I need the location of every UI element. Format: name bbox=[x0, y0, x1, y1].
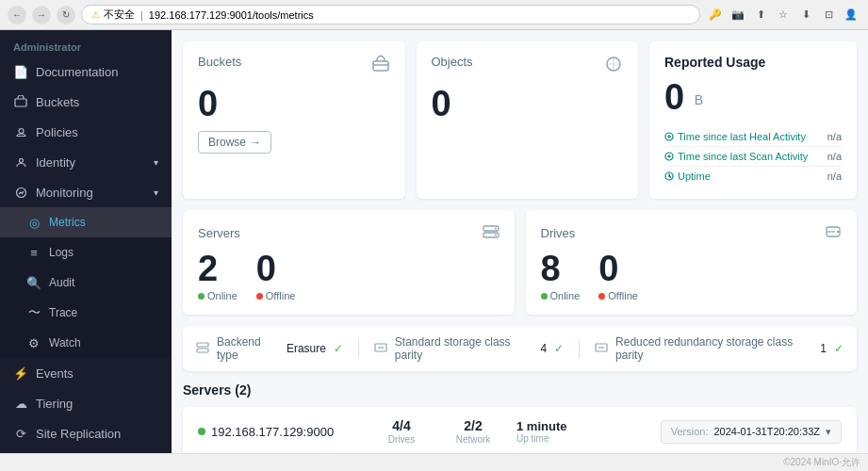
refresh-button[interactable]: ↻ bbox=[57, 6, 75, 24]
servers-card-title: Servers bbox=[198, 226, 240, 240]
sidebar-header: Administrator bbox=[0, 34, 172, 57]
svg-point-12 bbox=[495, 235, 497, 236]
sidebar-item-audit[interactable]: 🔍 Audit bbox=[0, 268, 172, 298]
screenshot-button[interactable]: 📷 bbox=[729, 6, 747, 24]
backend-type-check-icon: ✓ bbox=[334, 342, 343, 355]
key-button[interactable]: 🔑 bbox=[706, 6, 725, 24]
policies-icon bbox=[13, 124, 28, 139]
server-1-network-val: 2/2 bbox=[464, 418, 482, 433]
buckets-card-icon bbox=[371, 55, 390, 78]
main-content: Buckets 0 Browse → Objects bbox=[172, 30, 868, 453]
sidebar-item-logs[interactable]: ≡ Logs bbox=[0, 237, 172, 268]
server-1-drives: 4/4 Drives bbox=[373, 418, 430, 445]
drives-online-group: 8 Online bbox=[541, 251, 581, 301]
audit-icon: 🔍 bbox=[26, 275, 41, 290]
reduced-storage-value: 1 bbox=[820, 342, 827, 355]
svg-point-14 bbox=[837, 231, 839, 233]
back-button[interactable]: ← bbox=[8, 6, 26, 24]
server-1-version-val: 2024-01-31T20:20:33Z bbox=[713, 426, 820, 437]
reported-heal-value: n/a bbox=[827, 131, 842, 142]
backend-type-item: Backend type Erasure ✓ bbox=[196, 335, 343, 362]
profile-button[interactable]: 👤 bbox=[842, 6, 860, 24]
bookmark-button[interactable]: ☆ bbox=[774, 6, 793, 24]
browser-chrome: ← → ↻ ⚠ 不安全 | 192.168.177.129:9001/tools… bbox=[0, 0, 868, 30]
sidebar-item-trace[interactable]: 〜 Trace bbox=[0, 298, 172, 328]
monitoring-arrow-icon: ▾ bbox=[154, 187, 158, 198]
url-bar[interactable]: ⚠ 不安全 | 192.168.177.129:9001/tools/metri… bbox=[81, 5, 700, 24]
server-1-uptime-label: Up time bbox=[516, 433, 582, 444]
sidebar-item-label-trace: Trace bbox=[49, 306, 77, 319]
servers-offline-value: 0 bbox=[256, 251, 296, 286]
drives-online-dot bbox=[541, 293, 548, 300]
servers-section: Servers (2) 192.168.177.129:9000 4/4 Dri… bbox=[183, 382, 857, 453]
sidebar-item-watch[interactable]: ⚙ Watch bbox=[0, 328, 172, 358]
reported-scan-label: Time since last Scan Activity bbox=[664, 151, 808, 162]
metrics-icon: ◎ bbox=[26, 215, 41, 230]
server-1-uptime-val: 1 minute bbox=[516, 419, 582, 433]
sidebar-item-label-policies: Policies bbox=[36, 125, 78, 139]
buckets-icon bbox=[13, 94, 28, 109]
sidebar-item-label-audit: Audit bbox=[49, 276, 74, 289]
servers-card-icon bbox=[483, 223, 500, 243]
sidebar-item-documentation[interactable]: 📄 Documentation bbox=[0, 57, 172, 87]
servers-offline-label: Offline bbox=[266, 290, 296, 301]
server-1-version[interactable]: Version: 2024-01-31T20:20:33Z ▾ bbox=[661, 420, 842, 444]
sidebar-item-identity[interactable]: Identity ▾ bbox=[0, 147, 172, 177]
svg-rect-0 bbox=[15, 99, 26, 106]
sidebar-item-buckets[interactable]: Buckets bbox=[0, 87, 172, 117]
drives-offline-dot bbox=[598, 293, 605, 300]
server-1-expand-icon: ▾ bbox=[826, 426, 831, 438]
servers-online-label: Online bbox=[207, 290, 237, 301]
security-warning-icon: ⚠ bbox=[91, 9, 100, 20]
servers-offline-status: Offline bbox=[256, 290, 296, 301]
drives-offline-value: 0 bbox=[598, 251, 638, 286]
logs-icon: ≡ bbox=[26, 245, 41, 260]
svg-rect-15 bbox=[197, 343, 208, 347]
share-button[interactable]: ⬆ bbox=[751, 6, 770, 24]
servers-card-values: 2 Online 0 Offline bbox=[198, 251, 500, 301]
server-1-drives-val: 4/4 bbox=[392, 418, 410, 433]
server-1-network-label: Network bbox=[456, 434, 491, 445]
events-icon: ⚡ bbox=[13, 365, 28, 381]
forward-button[interactable]: → bbox=[32, 6, 51, 24]
browse-arrow-icon: → bbox=[250, 136, 261, 149]
documentation-icon: 📄 bbox=[13, 64, 28, 79]
server-1-uptime: 1 minute Up time bbox=[516, 419, 582, 444]
url-warning-text: 不安全 bbox=[104, 8, 135, 22]
objects-card-icon bbox=[604, 55, 623, 78]
sidebar-item-events[interactable]: ⚡ Events bbox=[0, 358, 172, 388]
drives-offline-label: Offline bbox=[608, 290, 638, 301]
reported-heal-row: Time since last Heal Activity n/a bbox=[664, 127, 842, 147]
sidebar-item-metrics[interactable]: ◎ Metrics bbox=[0, 207, 172, 237]
identity-icon bbox=[13, 154, 28, 170]
drives-card: Drives 8 Online 0 bbox=[526, 210, 858, 315]
buckets-card-title: Buckets bbox=[198, 55, 241, 69]
reduced-storage-icon bbox=[595, 341, 608, 357]
sidebar-item-policies[interactable]: Policies bbox=[0, 117, 172, 147]
sidebar-item-label-events: Events bbox=[36, 366, 74, 381]
identity-arrow-icon: ▾ bbox=[154, 157, 158, 168]
server-1-drives-label: Drives bbox=[388, 434, 415, 445]
download-button[interactable]: ⬇ bbox=[796, 6, 815, 24]
drives-offline-group: 0 Offline bbox=[598, 251, 638, 301]
standard-storage-label: Standard storage class parity bbox=[395, 335, 533, 362]
sidebar-item-label-metrics: Metrics bbox=[49, 216, 86, 229]
sidebar-item-label-documentation: Documentation bbox=[36, 65, 118, 79]
sidebar-item-site-replication[interactable]: ⟳ Site Replication bbox=[0, 418, 172, 448]
top-cards-row: Buckets 0 Browse → Objects bbox=[183, 41, 857, 199]
server-1-network: 2/2 Network bbox=[445, 418, 501, 445]
browse-button[interactable]: Browse → bbox=[198, 131, 271, 154]
reduced-storage-label: Reduced redundancy storage class parity bbox=[615, 335, 812, 362]
svg-point-2 bbox=[19, 158, 23, 162]
drives-online-status: Online bbox=[541, 290, 581, 301]
sidebar-item-monitoring[interactable]: Monitoring ▾ bbox=[0, 177, 172, 207]
drives-card-title: Drives bbox=[541, 226, 576, 240]
window-button[interactable]: ⊡ bbox=[819, 6, 838, 24]
sidebar-item-label-watch: Watch bbox=[49, 336, 81, 349]
app-container: Administrator 📄 Documentation Buckets Po… bbox=[0, 30, 868, 453]
svg-point-11 bbox=[495, 228, 497, 230]
svg-rect-4 bbox=[373, 61, 388, 71]
sidebar-item-tiering[interactable]: ☁ Tiering bbox=[0, 388, 172, 418]
buckets-card: Buckets 0 Browse → bbox=[183, 41, 405, 199]
footer-text: ©2024 MinIO·允许 bbox=[783, 457, 860, 467]
